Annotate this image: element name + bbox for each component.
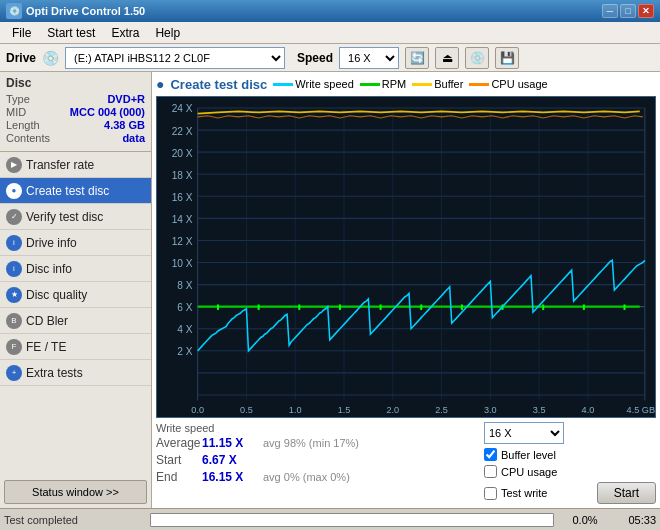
svg-text:0.0: 0.0 xyxy=(191,403,204,414)
stat-end-row: End 16.15 X avg 0% (max 0%) xyxy=(156,470,476,484)
disc-button[interactable]: 💿 xyxy=(465,47,489,69)
svg-text:20 X: 20 X xyxy=(172,146,193,158)
menu-extra[interactable]: Extra xyxy=(103,24,147,42)
fe-te-icon: F xyxy=(6,339,22,355)
svg-text:4.0: 4.0 xyxy=(582,403,595,414)
cpu-usage-checkbox[interactable] xyxy=(484,465,497,478)
disc-length-label: Length xyxy=(6,119,40,131)
svg-text:1.0: 1.0 xyxy=(289,403,302,414)
extra-tests-icon: + xyxy=(6,365,22,381)
disc-length-row: Length 4.38 GB xyxy=(6,119,145,131)
disc-type-label: Type xyxy=(6,93,30,105)
main-content: Disc Type DVD+R MID MCC 004 (000) Length… xyxy=(0,72,660,508)
svg-text:2 X: 2 X xyxy=(177,345,192,357)
eject-button[interactable]: ⏏ xyxy=(435,47,459,69)
status-bar: Test completed 0.0% 05:33 xyxy=(0,508,660,530)
app-title: Opti Drive Control 1.50 xyxy=(26,5,602,17)
sidebar-item-cd-bler[interactable]: B CD Bler xyxy=(0,308,151,334)
svg-text:0.5: 0.5 xyxy=(240,403,253,414)
app-icon: 💿 xyxy=(6,3,22,19)
stat-end-value: 16.15 X xyxy=(202,470,257,484)
stat-average-value: 11.15 X xyxy=(202,436,257,450)
disc-mid-label: MID xyxy=(6,106,26,118)
stats-area: Write speed Average 11.15 X avg 98% (min… xyxy=(156,422,656,504)
write-speed-section-label: Write speed xyxy=(156,422,476,434)
disc-type-value: DVD+R xyxy=(107,93,145,105)
menu-start-test[interactable]: Start test xyxy=(39,24,103,42)
close-button[interactable]: ✕ xyxy=(638,4,654,18)
buffer-level-checkbox[interactable] xyxy=(484,448,497,461)
legend-buffer-label: Buffer xyxy=(434,78,463,90)
svg-rect-0 xyxy=(157,97,655,417)
svg-text:2.0: 2.0 xyxy=(386,403,399,414)
disc-section: Disc Type DVD+R MID MCC 004 (000) Length… xyxy=(0,72,151,152)
maximize-button[interactable]: □ xyxy=(620,4,636,18)
stat-average-label: Average xyxy=(156,436,196,450)
svg-text:12 X: 12 X xyxy=(172,234,193,246)
window-controls: ─ □ ✕ xyxy=(602,4,654,18)
chart-area: ● Create test disc Write speed RPM Buffe… xyxy=(152,72,660,508)
buffer-level-label: Buffer level xyxy=(501,449,556,461)
svg-text:22 X: 22 X xyxy=(172,124,193,136)
sidebar-item-extra-tests[interactable]: + Extra tests xyxy=(0,360,151,386)
stat-start-value: 6.67 X xyxy=(202,453,257,467)
drive-select[interactable]: (E:) ATAPI iHBS112 2 CL0F xyxy=(65,47,285,69)
sidebar-item-drive-info[interactable]: i Drive info xyxy=(0,230,151,256)
chart-container: 24 X 22 X 20 X 18 X 16 X 14 X 12 X 10 X … xyxy=(156,96,656,418)
sidebar-label-extra-tests: Extra tests xyxy=(26,366,83,380)
sidebar-label-fe-te: FE / TE xyxy=(26,340,66,354)
legend-buffer: Buffer xyxy=(412,78,463,90)
sidebar-item-disc-info[interactable]: i Disc info xyxy=(0,256,151,282)
speed-label: Speed xyxy=(297,51,333,65)
transfer-rate-icon: ▶ xyxy=(6,157,22,173)
drive-label: Drive xyxy=(6,51,36,65)
svg-text:3.5: 3.5 xyxy=(533,403,546,414)
status-text: Test completed xyxy=(4,514,144,526)
chart-title: Create test disc xyxy=(170,77,267,92)
svg-text:3.0: 3.0 xyxy=(484,403,497,414)
svg-text:18 X: 18 X xyxy=(172,168,193,180)
cpu-usage-label: CPU usage xyxy=(501,466,557,478)
create-test-disc-icon: ● xyxy=(6,183,22,199)
sidebar-item-disc-quality[interactable]: ★ Disc quality xyxy=(0,282,151,308)
stat-start-label: Start xyxy=(156,453,196,467)
svg-text:24 X: 24 X xyxy=(172,102,193,114)
speed-select[interactable]: 16 X xyxy=(339,47,399,69)
minimize-button[interactable]: ─ xyxy=(602,4,618,18)
write-speed-select[interactable]: 16 X xyxy=(484,422,564,444)
legend-write-speed: Write speed xyxy=(273,78,354,90)
stat-start-row: Start 6.67 X xyxy=(156,453,476,467)
menu-bar: File Start test Extra Help xyxy=(0,22,660,44)
disc-mid-row: MID MCC 004 (000) xyxy=(6,106,145,118)
legend-rpm: RPM xyxy=(360,78,406,90)
sidebar-item-verify-test-disc[interactable]: ✓ Verify test disc xyxy=(0,204,151,230)
cd-bler-icon: B xyxy=(6,313,22,329)
sidebar-label-disc-info: Disc info xyxy=(26,262,72,276)
test-write-row: Test write Start xyxy=(484,482,656,504)
svg-text:8 X: 8 X xyxy=(177,279,192,291)
save-button[interactable]: 💾 xyxy=(495,47,519,69)
disc-contents-row: Contents data xyxy=(6,132,145,144)
sidebar-label-cd-bler: CD Bler xyxy=(26,314,68,328)
svg-text:10 X: 10 X xyxy=(172,257,193,269)
menu-file[interactable]: File xyxy=(4,24,39,42)
svg-text:14 X: 14 X xyxy=(172,212,193,224)
start-button[interactable]: Start xyxy=(597,482,656,504)
legend-write-speed-label: Write speed xyxy=(295,78,354,90)
sidebar-item-fe-te[interactable]: F FE / TE xyxy=(0,334,151,360)
sidebar-item-create-test-disc[interactable]: ● Create test disc xyxy=(0,178,151,204)
status-time: 05:33 xyxy=(616,514,656,526)
chart-svg: 24 X 22 X 20 X 18 X 16 X 14 X 12 X 10 X … xyxy=(157,97,655,417)
svg-text:16 X: 16 X xyxy=(172,190,193,202)
svg-text:1.5: 1.5 xyxy=(338,403,351,414)
chart-header: ● Create test disc Write speed RPM Buffe… xyxy=(156,76,656,92)
chart-icon: ● xyxy=(156,76,164,92)
sidebar-item-transfer-rate[interactable]: ▶ Transfer rate xyxy=(0,152,151,178)
test-write-checkbox[interactable] xyxy=(484,487,497,500)
refresh-button[interactable]: 🔄 xyxy=(405,47,429,69)
sidebar: Disc Type DVD+R MID MCC 004 (000) Length… xyxy=(0,72,152,508)
svg-text:6 X: 6 X xyxy=(177,301,192,313)
menu-help[interactable]: Help xyxy=(147,24,188,42)
disc-title: Disc xyxy=(6,76,145,90)
status-window-button[interactable]: Status window >> xyxy=(4,480,147,504)
